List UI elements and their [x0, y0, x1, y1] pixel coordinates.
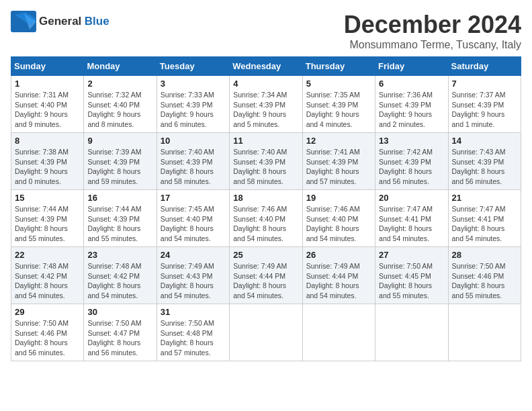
- calendar-cell: 30 Sunrise: 7:50 AM Sunset: 4:47 PM Dayl…: [84, 304, 157, 361]
- calendar-week-5: 29 Sunrise: 7:50 AM Sunset: 4:46 PM Dayl…: [11, 304, 521, 361]
- title-section: December 2024 Monsummano Terme, Tuscany,…: [344, 11, 521, 51]
- day-detail: Sunrise: 7:44 AM Sunset: 4:39 PM Dayligh…: [87, 204, 152, 244]
- day-number: 18: [233, 193, 298, 203]
- calendar-cell: 18 Sunrise: 7:46 AM Sunset: 4:40 PM Dayl…: [230, 190, 302, 247]
- day-detail: Sunrise: 7:37 AM Sunset: 4:39 PM Dayligh…: [452, 90, 517, 130]
- calendar-cell: 25 Sunrise: 7:49 AM Sunset: 4:44 PM Dayl…: [230, 247, 302, 304]
- calendar-table: SundayMondayTuesdayWednesdayThursdayFrid…: [11, 56, 521, 361]
- day-number: 13: [379, 136, 444, 146]
- calendar-cell: 22 Sunrise: 7:48 AM Sunset: 4:42 PM Dayl…: [11, 247, 84, 304]
- weekday-monday: Monday: [84, 57, 157, 76]
- day-number: 3: [161, 79, 226, 89]
- day-detail: Sunrise: 7:41 AM Sunset: 4:39 PM Dayligh…: [306, 147, 371, 187]
- day-detail: Sunrise: 7:45 AM Sunset: 4:40 PM Dayligh…: [161, 204, 226, 244]
- calendar-week-2: 8 Sunrise: 7:38 AM Sunset: 4:39 PM Dayli…: [11, 133, 521, 190]
- day-number: 29: [15, 307, 80, 317]
- weekday-thursday: Thursday: [302, 57, 375, 76]
- weekday-tuesday: Tuesday: [157, 57, 229, 76]
- day-number: 16: [87, 193, 152, 203]
- day-number: 20: [379, 193, 444, 203]
- day-detail: Sunrise: 7:47 AM Sunset: 4:41 PM Dayligh…: [452, 204, 517, 244]
- logo-blue: Blue: [85, 15, 109, 28]
- calendar-week-1: 1 Sunrise: 7:31 AM Sunset: 4:40 PM Dayli…: [11, 76, 521, 133]
- calendar-cell: 21 Sunrise: 7:47 AM Sunset: 4:41 PM Dayl…: [448, 190, 521, 247]
- calendar-cell: 23 Sunrise: 7:48 AM Sunset: 4:42 PM Dayl…: [84, 247, 157, 304]
- calendar-cell: 16 Sunrise: 7:44 AM Sunset: 4:39 PM Dayl…: [84, 190, 157, 247]
- day-number: 17: [161, 193, 226, 203]
- day-number: 25: [233, 250, 298, 260]
- day-detail: Sunrise: 7:43 AM Sunset: 4:39 PM Dayligh…: [452, 147, 517, 187]
- day-detail: Sunrise: 7:48 AM Sunset: 4:42 PM Dayligh…: [15, 261, 80, 301]
- weekday-sunday: Sunday: [11, 57, 84, 76]
- calendar-cell: 3 Sunrise: 7:33 AM Sunset: 4:39 PM Dayli…: [157, 76, 229, 133]
- day-detail: Sunrise: 7:31 AM Sunset: 4:40 PM Dayligh…: [15, 90, 80, 130]
- calendar-cell: 15 Sunrise: 7:44 AM Sunset: 4:39 PM Dayl…: [11, 190, 84, 247]
- day-number: 28: [452, 250, 517, 260]
- calendar-cell: 29 Sunrise: 7:50 AM Sunset: 4:46 PM Dayl…: [11, 304, 84, 361]
- weekday-saturday: Saturday: [448, 57, 521, 76]
- day-detail: Sunrise: 7:50 AM Sunset: 4:46 PM Dayligh…: [452, 261, 517, 301]
- calendar-cell: 2 Sunrise: 7:32 AM Sunset: 4:40 PM Dayli…: [84, 76, 157, 133]
- logo-icon: [11, 11, 36, 32]
- day-number: 14: [452, 136, 517, 146]
- day-number: 8: [15, 136, 80, 146]
- day-number: 23: [87, 250, 152, 260]
- day-detail: Sunrise: 7:49 AM Sunset: 4:43 PM Dayligh…: [161, 261, 226, 301]
- day-detail: Sunrise: 7:49 AM Sunset: 4:44 PM Dayligh…: [233, 261, 298, 301]
- day-number: 6: [379, 79, 444, 89]
- day-number: 4: [233, 79, 298, 89]
- calendar-cell: 27 Sunrise: 7:50 AM Sunset: 4:45 PM Dayl…: [375, 247, 448, 304]
- weekday-friday: Friday: [375, 57, 448, 76]
- day-detail: Sunrise: 7:40 AM Sunset: 4:39 PM Dayligh…: [161, 147, 226, 187]
- day-number: 22: [15, 250, 80, 260]
- calendar-cell: 6 Sunrise: 7:36 AM Sunset: 4:39 PM Dayli…: [375, 76, 448, 133]
- day-detail: Sunrise: 7:34 AM Sunset: 4:39 PM Dayligh…: [233, 90, 298, 130]
- day-detail: Sunrise: 7:42 AM Sunset: 4:39 PM Dayligh…: [379, 147, 444, 187]
- calendar-cell: 13 Sunrise: 7:42 AM Sunset: 4:39 PM Dayl…: [375, 133, 448, 190]
- day-detail: Sunrise: 7:33 AM Sunset: 4:39 PM Dayligh…: [161, 90, 226, 130]
- day-detail: Sunrise: 7:36 AM Sunset: 4:39 PM Dayligh…: [379, 90, 444, 130]
- calendar-cell: 9 Sunrise: 7:39 AM Sunset: 4:39 PM Dayli…: [84, 133, 157, 190]
- calendar-cell: 7 Sunrise: 7:37 AM Sunset: 4:39 PM Dayli…: [448, 76, 521, 133]
- day-detail: Sunrise: 7:44 AM Sunset: 4:39 PM Dayligh…: [15, 204, 80, 244]
- day-number: 15: [15, 193, 80, 203]
- day-number: 7: [452, 79, 517, 89]
- calendar-week-4: 22 Sunrise: 7:48 AM Sunset: 4:42 PM Dayl…: [11, 247, 521, 304]
- day-number: 5: [306, 79, 371, 89]
- day-number: 21: [452, 193, 517, 203]
- weekday-header-row: SundayMondayTuesdayWednesdayThursdayFrid…: [11, 57, 521, 76]
- day-detail: Sunrise: 7:38 AM Sunset: 4:39 PM Dayligh…: [15, 147, 80, 187]
- day-number: 12: [306, 136, 371, 146]
- calendar-cell: 4 Sunrise: 7:34 AM Sunset: 4:39 PM Dayli…: [230, 76, 302, 133]
- page-header: General Blue December 2024 Monsummano Te…: [11, 11, 521, 51]
- calendar-cell: 10 Sunrise: 7:40 AM Sunset: 4:39 PM Dayl…: [157, 133, 229, 190]
- calendar-cell: 31 Sunrise: 7:50 AM Sunset: 4:48 PM Dayl…: [157, 304, 229, 361]
- calendar-cell: [302, 304, 375, 361]
- day-detail: Sunrise: 7:35 AM Sunset: 4:39 PM Dayligh…: [306, 90, 371, 130]
- month-title: December 2024: [344, 11, 521, 39]
- calendar-cell: 14 Sunrise: 7:43 AM Sunset: 4:39 PM Dayl…: [448, 133, 521, 190]
- calendar-cell: 20 Sunrise: 7:47 AM Sunset: 4:41 PM Dayl…: [375, 190, 448, 247]
- calendar-cell: [375, 304, 448, 361]
- day-detail: Sunrise: 7:50 AM Sunset: 4:46 PM Dayligh…: [15, 318, 80, 358]
- day-number: 11: [233, 136, 298, 146]
- day-number: 24: [161, 250, 226, 260]
- calendar-cell: 8 Sunrise: 7:38 AM Sunset: 4:39 PM Dayli…: [11, 133, 84, 190]
- calendar-cell: 11 Sunrise: 7:40 AM Sunset: 4:39 PM Dayl…: [230, 133, 302, 190]
- location-title: Monsummano Terme, Tuscany, Italy: [344, 39, 521, 51]
- day-number: 19: [306, 193, 371, 203]
- day-detail: Sunrise: 7:47 AM Sunset: 4:41 PM Dayligh…: [379, 204, 444, 244]
- calendar-cell: 17 Sunrise: 7:45 AM Sunset: 4:40 PM Dayl…: [157, 190, 229, 247]
- calendar-cell: 12 Sunrise: 7:41 AM Sunset: 4:39 PM Dayl…: [302, 133, 375, 190]
- day-number: 31: [161, 307, 226, 317]
- calendar-body: 1 Sunrise: 7:31 AM Sunset: 4:40 PM Dayli…: [11, 76, 521, 361]
- day-detail: Sunrise: 7:50 AM Sunset: 4:45 PM Dayligh…: [379, 261, 444, 301]
- calendar-cell: 5 Sunrise: 7:35 AM Sunset: 4:39 PM Dayli…: [302, 76, 375, 133]
- day-number: 2: [87, 79, 152, 89]
- day-detail: Sunrise: 7:32 AM Sunset: 4:40 PM Dayligh…: [87, 90, 152, 130]
- logo-general: General: [39, 15, 81, 28]
- day-detail: Sunrise: 7:50 AM Sunset: 4:47 PM Dayligh…: [87, 318, 152, 358]
- day-detail: Sunrise: 7:39 AM Sunset: 4:39 PM Dayligh…: [87, 147, 152, 187]
- calendar-cell: [448, 304, 521, 361]
- day-detail: Sunrise: 7:46 AM Sunset: 4:40 PM Dayligh…: [233, 204, 298, 244]
